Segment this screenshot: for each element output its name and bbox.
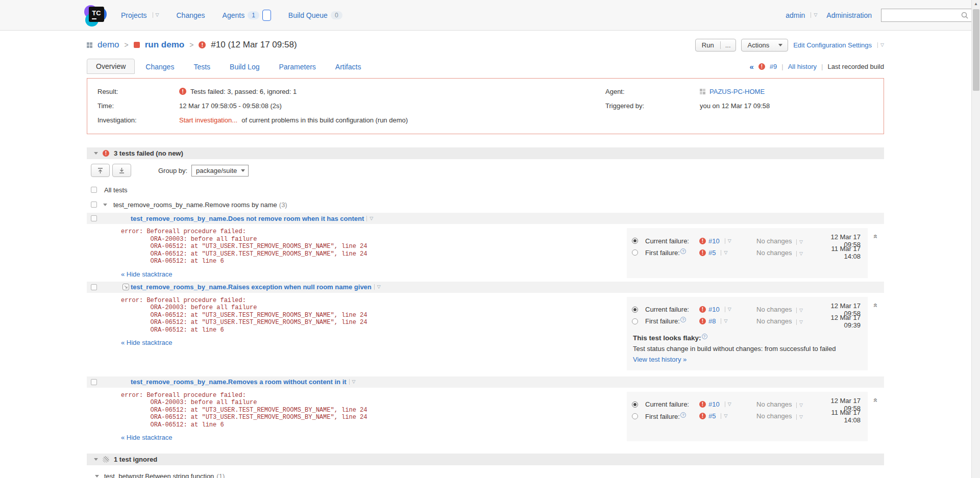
test-name-link[interactable]: test_remove_rooms_by_name.Raises excepti… [131, 283, 372, 291]
expand-all-button[interactable] [112, 164, 131, 177]
all-history-link[interactable]: All history [788, 63, 817, 70]
tab-parameters[interactable]: Parameters [270, 60, 324, 74]
first-failure-radio[interactable] [632, 413, 638, 419]
hide-stacktrace-link[interactable]: « Hide stacktrace [121, 339, 172, 346]
collapse-all-button[interactable] [91, 164, 110, 177]
test-checkbox[interactable] [91, 379, 97, 385]
start-investigation-link[interactable]: Start investigation... [179, 116, 237, 124]
help-icon[interactable] [702, 334, 707, 339]
current-failure-radio[interactable] [632, 401, 638, 408]
first-failure-radio[interactable] [632, 318, 638, 324]
edit-configuration-settings-link[interactable]: Edit Configuration Settings [793, 41, 884, 49]
changes-dropdown-icon[interactable] [796, 308, 803, 313]
test-group-count: (1) [216, 472, 225, 478]
test-checkbox[interactable] [91, 215, 97, 221]
actions-button[interactable]: Actions [741, 39, 789, 52]
build-dropdown-icon[interactable] [721, 318, 727, 324]
teamcity-logo[interactable]: TC [84, 4, 107, 27]
help-icon[interactable] [680, 248, 686, 254]
no-changes-link[interactable]: No changes [756, 317, 792, 325]
breadcrumb-project-link[interactable]: demo [97, 40, 119, 50]
no-changes-link[interactable]: No changes [756, 237, 792, 245]
changes-dropdown-icon[interactable] [796, 239, 803, 245]
group-checkbox[interactable] [91, 202, 97, 208]
test-actions-dropdown-icon[interactable] [366, 216, 373, 221]
failure-build-link[interactable]: #8 [708, 317, 716, 325]
stacktrace-line: ORA-06512: at "UT3_USER.TEST_REMOVE_ROOM… [121, 312, 627, 319]
collapse-panel-icon[interactable]: « [872, 234, 880, 238]
breadcrumb-config-link[interactable]: run demo [145, 40, 184, 50]
build-dropdown-icon[interactable] [725, 307, 731, 312]
collapse-section-icon[interactable] [94, 152, 98, 155]
failure-build-link[interactable]: #5 [708, 412, 716, 420]
chevron-down-icon[interactable] [877, 42, 884, 48]
failed-tests-section-header[interactable]: 3 tests failed (no new) [87, 147, 884, 159]
changes-dropdown-icon[interactable] [796, 251, 803, 257]
nav-administration[interactable]: Administration [826, 11, 872, 19]
tab-overview[interactable]: Overview [87, 59, 135, 74]
collapse-group-icon[interactable] [95, 475, 99, 477]
changes-dropdown-icon[interactable] [796, 414, 803, 420]
previous-build-link[interactable]: #9 [770, 63, 777, 70]
tab-artifacts[interactable]: Artifacts [327, 60, 370, 74]
failure-build-link[interactable]: #10 [708, 400, 720, 408]
test-name-link[interactable]: test_remove_rooms_by_name.Does not remov… [131, 215, 364, 222]
view-test-history-link[interactable]: View test history » [633, 356, 687, 363]
test-actions-dropdown-icon[interactable] [374, 284, 381, 290]
all-tests-checkbox[interactable] [91, 187, 97, 193]
group-by-select[interactable]: package/suite [191, 165, 249, 177]
failure-build-link[interactable]: #10 [708, 237, 720, 245]
help-icon[interactable] [680, 317, 686, 322]
search-input[interactable] [881, 9, 972, 22]
run-button[interactable]: Run ... [695, 39, 736, 52]
test-checkbox[interactable] [91, 284, 97, 290]
test-name-link[interactable]: test_remove_rooms_by_name.Removes a room… [131, 378, 347, 386]
no-changes-link[interactable]: No changes [756, 412, 792, 420]
hide-stacktrace-link[interactable]: « Hide stacktrace [121, 270, 172, 278]
collapse-panel-icon[interactable]: « [872, 398, 880, 402]
chevron-down-icon[interactable] [811, 12, 817, 18]
collapse-group-icon[interactable] [103, 204, 107, 206]
no-changes-link[interactable]: No changes [756, 306, 792, 313]
build-dropdown-icon[interactable] [725, 401, 731, 407]
scroll-up-icon[interactable]: ▲ [972, 0, 980, 8]
user-menu[interactable]: admin [786, 11, 817, 19]
collapse-panel-icon[interactable]: « [872, 303, 880, 307]
nav-changes[interactable]: Changes [177, 11, 205, 19]
agent-link[interactable]: PAZUS-PC-HOME [709, 88, 765, 95]
tab-tests[interactable]: Tests [185, 60, 219, 74]
current-failure-radio[interactable] [632, 238, 638, 244]
hide-stacktrace-link[interactable]: « Hide stacktrace [121, 434, 172, 441]
failure-build-link[interactable]: #5 [708, 249, 716, 257]
help-icon[interactable] [680, 412, 686, 418]
build-dropdown-icon[interactable] [721, 250, 727, 256]
previous-build-arrows-link[interactable]: « [749, 62, 753, 71]
current-failure-radio[interactable] [632, 307, 638, 313]
failure-build-link[interactable]: #10 [708, 306, 720, 313]
chevron-down-icon[interactable] [153, 12, 159, 18]
ignored-tests-section-header[interactable]: 1 test ignored [87, 454, 884, 465]
nav-projects[interactable]: Projects [121, 11, 159, 19]
changes-dropdown-icon[interactable] [796, 319, 803, 325]
result-value: Tests failed: 3, passed: 6, ignored: 1 [190, 88, 297, 95]
investigation-label: Investigation: [97, 116, 179, 124]
no-changes-link[interactable]: No changes [756, 249, 792, 257]
collapse-section-icon[interactable] [94, 458, 98, 461]
run-options-button[interactable]: ... [720, 41, 736, 49]
page-scrollbar[interactable]: ▲ [971, 0, 980, 478]
build-dropdown-icon[interactable] [721, 413, 727, 419]
nav-agents[interactable]: Agents 1 [223, 10, 271, 21]
no-changes-link[interactable]: No changes [756, 400, 792, 408]
tab-changes[interactable]: Changes [137, 60, 183, 74]
nav-build-queue[interactable]: Build Queue 0 [288, 11, 342, 19]
tab-build-log[interactable]: Build Log [221, 60, 268, 74]
first-failure-radio[interactable] [632, 249, 638, 256]
stacktrace-line: ORA-06512: at line 6 [121, 258, 627, 265]
build-failed-icon [699, 249, 706, 256]
test-actions-dropdown-icon[interactable] [349, 379, 356, 385]
build-dropdown-icon[interactable] [725, 238, 731, 244]
scrollbar-thumb[interactable] [973, 9, 979, 91]
build-failed-icon [199, 41, 206, 48]
search-icon[interactable] [961, 12, 968, 19]
changes-dropdown-icon[interactable] [796, 402, 803, 408]
